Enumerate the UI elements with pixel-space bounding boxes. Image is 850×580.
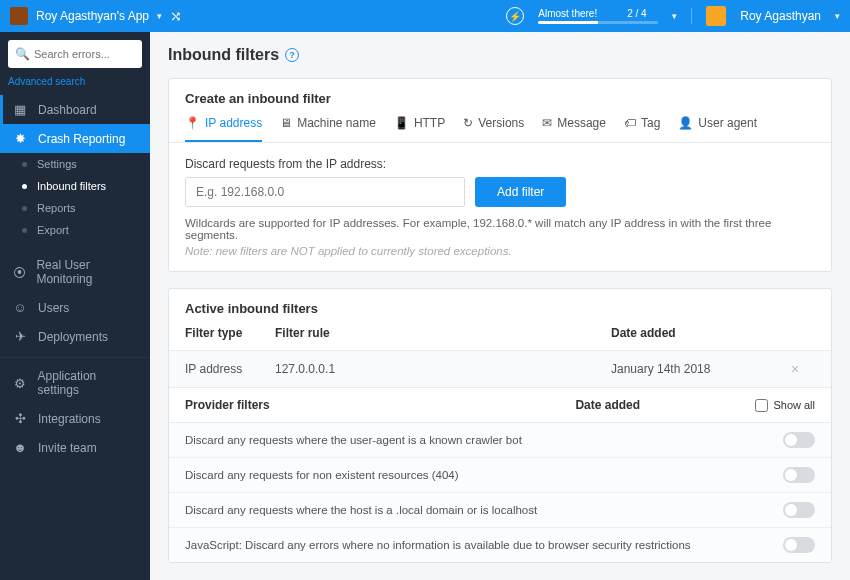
onboarding-progress[interactable]: Almost there! 2 / 4	[538, 8, 658, 24]
tab-user-agent[interactable]: 👤User agent	[678, 116, 757, 142]
cell-date: January 14th 2018	[611, 362, 791, 376]
sidebar-item-integrations[interactable]: ✣Integrations	[0, 404, 150, 433]
sidebar-sub-settings[interactable]: Settings	[0, 153, 150, 175]
page-title: Inbound filters ?	[168, 46, 832, 64]
bolt-icon[interactable]: ⚡	[506, 7, 524, 25]
sidebar-item-crash-reporting[interactable]: ✸Crash Reporting	[0, 124, 150, 153]
sidebar-sub-reports[interactable]: Reports	[0, 197, 150, 219]
col-date-added: Date added	[575, 398, 755, 412]
provider-row: JavaScript: Discard any errors where no …	[169, 528, 831, 562]
sidebar-item-users[interactable]: ☺Users	[0, 293, 150, 322]
tab-http[interactable]: 📱HTTP	[394, 116, 445, 142]
user-name[interactable]: Roy Agasthyan	[740, 9, 821, 23]
app-logo[interactable]	[10, 7, 28, 25]
provider-filters-header: Provider filters	[185, 398, 575, 412]
field-label: Discard requests from the IP address:	[185, 157, 815, 171]
chevron-down-icon[interactable]: ▾	[157, 11, 162, 21]
users-icon: ☺	[12, 300, 28, 315]
help-icon[interactable]: ?	[285, 48, 299, 62]
tab-ip-address[interactable]: 📍IP address	[185, 116, 262, 142]
tab-tag[interactable]: 🏷Tag	[624, 116, 660, 142]
ip-address-input[interactable]	[185, 177, 465, 207]
cell-rule: 127.0.0.0.1	[275, 362, 611, 376]
sidebar-item-deployments[interactable]: ✈Deployments	[0, 322, 150, 351]
sidebar-item-dashboard[interactable]: ▦Dashboard	[0, 95, 150, 124]
search-icon: 🔍	[15, 47, 30, 61]
tab-message[interactable]: ✉Message	[542, 116, 606, 142]
puzzle-icon: ✣	[12, 411, 28, 426]
message-icon: ✉	[542, 116, 552, 130]
show-all-checkbox[interactable]	[755, 399, 768, 412]
provider-row: Discard any requests where the host is a…	[169, 493, 831, 528]
active-filters-panel: Active inbound filters Filter type Filte…	[168, 288, 832, 563]
rocket-icon: ✈	[12, 329, 28, 344]
user-icon: 👤	[678, 116, 693, 130]
toggle-switch[interactable]	[783, 502, 815, 518]
dashboard-icon: ▦	[12, 102, 28, 117]
progress-count: 2 / 4	[627, 8, 646, 19]
avatar[interactable]	[706, 6, 726, 26]
col-date-added: Date added	[611, 326, 791, 340]
pin-icon: 📍	[185, 116, 200, 130]
cell-type: IP address	[185, 362, 275, 376]
col-filter-type: Filter type	[185, 326, 275, 340]
wildcard-hint: Wildcards are supported for IP addresses…	[185, 217, 815, 241]
progress-label: Almost there!	[538, 8, 597, 19]
app-name[interactable]: Roy Agasthyan's App	[36, 9, 149, 23]
sidebar-sub-export[interactable]: Export	[0, 219, 150, 241]
provider-row: Discard any requests where the user-agen…	[169, 423, 831, 458]
monitor-icon: 🖥	[280, 116, 292, 130]
col-filter-rule: Filter rule	[275, 326, 611, 340]
divider	[691, 8, 692, 24]
table-row: IP address 127.0.0.0.1 January 14th 2018…	[169, 351, 831, 388]
chevron-down-icon[interactable]: ▾	[672, 11, 677, 21]
crash-icon: ✸	[12, 131, 28, 146]
shuffle-icon[interactable]: ⤭	[170, 8, 182, 24]
chevron-down-icon[interactable]: ▾	[835, 11, 840, 21]
note-hint: Note: new filters are NOT applied to cur…	[185, 245, 815, 257]
gear-icon: ⚙	[12, 376, 28, 391]
add-filter-button[interactable]: Add filter	[475, 177, 566, 207]
panel-header: Create an inbound filter	[169, 79, 831, 106]
refresh-icon: ↻	[463, 116, 473, 130]
show-all-toggle[interactable]: Show all	[755, 399, 815, 412]
delete-button[interactable]: ×	[791, 361, 799, 377]
sidebar-item-app-settings[interactable]: ⚙Application settings	[0, 362, 150, 404]
sidebar-item-rum[interactable]: ⦿Real User Monitoring	[0, 251, 150, 293]
tab-versions[interactable]: ↻Versions	[463, 116, 524, 142]
provider-row: Discard any requests for non existent re…	[169, 458, 831, 493]
pulse-icon: ⦿	[12, 265, 26, 280]
sidebar-sub-inbound-filters[interactable]: Inbound filters	[0, 175, 150, 197]
toggle-switch[interactable]	[783, 467, 815, 483]
add-user-icon: ☻	[12, 440, 28, 455]
sidebar-item-invite-team[interactable]: ☻Invite team	[0, 433, 150, 462]
advanced-search-link[interactable]: Advanced search	[0, 76, 150, 95]
toggle-switch[interactable]	[783, 432, 815, 448]
tab-machine-name[interactable]: 🖥Machine name	[280, 116, 376, 142]
tag-icon: 🏷	[624, 116, 636, 130]
toggle-switch[interactable]	[783, 537, 815, 553]
panel-header: Active inbound filters	[169, 289, 831, 316]
phone-icon: 📱	[394, 116, 409, 130]
create-filter-panel: Create an inbound filter 📍IP address 🖥Ma…	[168, 78, 832, 272]
